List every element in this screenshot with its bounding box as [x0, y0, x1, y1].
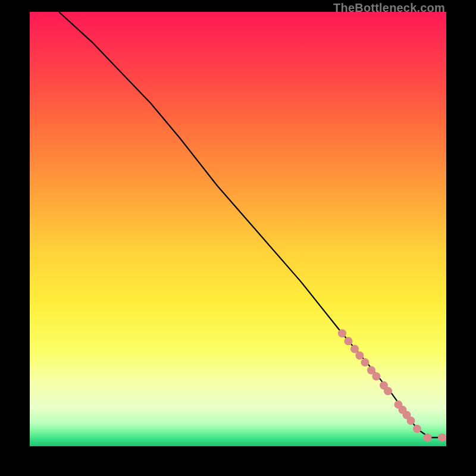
data-point	[345, 337, 353, 345]
data-point	[438, 433, 446, 441]
data-point	[407, 416, 415, 425]
data-point	[424, 433, 432, 441]
data-point	[361, 358, 369, 367]
data-point	[384, 387, 392, 395]
data-point	[355, 351, 364, 359]
chart-container: TheBottleneck.com	[0, 0, 476, 476]
data-point	[413, 425, 421, 433]
plot-area	[30, 12, 446, 446]
gradient-background	[30, 12, 446, 446]
data-point	[372, 372, 380, 380]
data-point	[338, 329, 346, 337]
chart-svg	[30, 12, 446, 446]
